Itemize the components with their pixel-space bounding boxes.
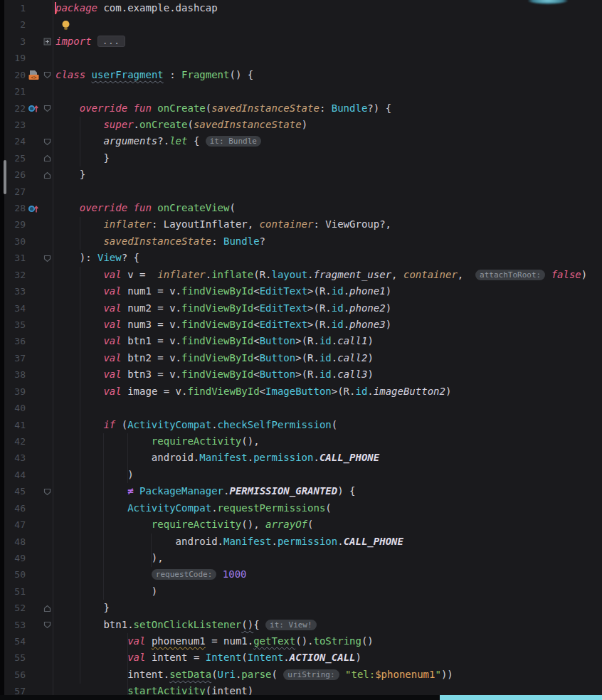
- line-number[interactable]: 40: [4, 400, 26, 416]
- code-text[interactable]: ): [53, 583, 602, 600]
- fold-region-start-marker[interactable]: [43, 255, 51, 262]
- override-method-icon[interactable]: [28, 204, 39, 213]
- line-number[interactable]: 21: [4, 83, 26, 100]
- code-text[interactable]: intent.setData(Uri.parse( uriString: "te…: [53, 667, 602, 683]
- line-number[interactable]: 38: [4, 366, 26, 383]
- line-number[interactable]: 34: [4, 300, 26, 317]
- code-text[interactable]: [53, 50, 602, 66]
- fold-region-start-marker[interactable]: [43, 488, 51, 496]
- code-text[interactable]: val intent = Intent(Intent.ACTION_CALL): [53, 649, 602, 666]
- fold-region-start-marker[interactable]: [43, 621, 51, 629]
- fold-region-end-marker[interactable]: [43, 171, 51, 179]
- line-number[interactable]: 44: [4, 467, 26, 483]
- override-method-icon[interactable]: [28, 104, 39, 113]
- kotlin-class-icon[interactable]: <>: [28, 70, 40, 80]
- line-number[interactable]: 2: [4, 16, 26, 33]
- left-scrollbar-thumb[interactable]: [4, 160, 6, 194]
- code-text[interactable]: val phonenum1 = num1.getText().toString(…: [53, 633, 602, 649]
- line-number[interactable]: 23: [4, 117, 26, 133]
- line-number[interactable]: 28: [4, 200, 26, 216]
- line-number[interactable]: 42: [4, 433, 26, 450]
- line-number[interactable]: 19: [4, 50, 26, 66]
- collapsed-imports-box[interactable]: ...: [97, 36, 125, 47]
- line-number[interactable]: 54: [4, 633, 26, 649]
- line-number[interactable]: 25: [4, 150, 26, 166]
- line-number[interactable]: 55: [4, 649, 26, 666]
- line-number[interactable]: 24: [4, 133, 26, 149]
- line-number[interactable]: 56: [4, 667, 26, 683]
- code-text[interactable]: class userFragment : Fragment() {: [53, 67, 602, 83]
- line-number[interactable]: 32: [4, 267, 26, 283]
- line-number[interactable]: 20: [4, 67, 26, 83]
- line-number[interactable]: 31: [4, 250, 26, 266]
- line-number[interactable]: 45: [4, 483, 26, 499]
- line-number[interactable]: 41: [4, 417, 26, 433]
- code-text[interactable]: android.Manifest.permission.CALL_PHONE: [53, 450, 602, 466]
- line-number[interactable]: 49: [4, 550, 26, 566]
- line-number[interactable]: 47: [4, 516, 26, 533]
- code-text[interactable]: }: [53, 166, 602, 183]
- line-number[interactable]: 35: [4, 317, 26, 333]
- code-text[interactable]: inflater: LayoutInflater, container: Vie…: [53, 216, 602, 233]
- code-text[interactable]: [53, 184, 602, 200]
- code-text[interactable]: val v = inflater.inflate(R.layout.fragme…: [53, 267, 602, 283]
- code-text[interactable]: val num2 = v.findViewById<EditText>(R.id…: [53, 300, 602, 317]
- code-text[interactable]: requestCode: 1000: [53, 566, 602, 583]
- line-number[interactable]: 37: [4, 350, 26, 366]
- line-number[interactable]: 3: [4, 33, 26, 50]
- code-text[interactable]: import ...: [53, 33, 602, 50]
- code-text[interactable]: [53, 400, 602, 416]
- line-number[interactable]: 52: [4, 600, 26, 616]
- fold-region-end-marker[interactable]: [43, 154, 51, 162]
- code-text[interactable]: requireActivity(), arrayOf(: [53, 516, 602, 533]
- line-number[interactable]: 29: [4, 216, 26, 233]
- code-text[interactable]: }: [53, 150, 602, 166]
- intention-bulb-icon[interactable]: [61, 20, 70, 31]
- code-text[interactable]: android.Manifest.permission.CALL_PHONE: [53, 534, 602, 550]
- code-text[interactable]: ≠ PackageManager.PERMISSION_GRANTED) {: [53, 483, 602, 499]
- code-text[interactable]: super.onCreate(savedInstanceState): [53, 117, 602, 133]
- fold-region-start-marker[interactable]: [43, 105, 51, 112]
- line-number[interactable]: 1: [4, 0, 26, 16]
- code-area[interactable]: 1package com.example.dashcap2 3import ..…: [0, 0, 602, 700]
- line-number[interactable]: 48: [4, 534, 26, 550]
- fold-marker-slot: [41, 383, 53, 400]
- code-text[interactable]: val btn1 = v.findViewById<Button>(R.id.c…: [53, 333, 602, 349]
- line-number[interactable]: 50: [4, 566, 26, 583]
- code-text[interactable]: }: [53, 600, 602, 616]
- code-text[interactable]: if (ActivityCompat.checkSelfPermission(: [53, 417, 602, 433]
- line-number[interactable]: 53: [4, 617, 26, 633]
- line-number[interactable]: 33: [4, 283, 26, 299]
- code-text[interactable]: val btn3 = v.findViewById<Button>(R.id.c…: [53, 366, 602, 383]
- fold-region-end-marker[interactable]: [43, 605, 51, 612]
- fold-region-start-marker[interactable]: [43, 138, 51, 146]
- line-number[interactable]: 30: [4, 233, 26, 250]
- expand-fold-marker[interactable]: [43, 38, 51, 46]
- line-number[interactable]: 27: [4, 184, 26, 200]
- code-text[interactable]: override fun onCreateView(: [53, 200, 602, 216]
- line-number[interactable]: 22: [4, 100, 26, 117]
- code-text[interactable]: override fun onCreate(savedInstanceState…: [53, 100, 602, 117]
- code-text[interactable]: [53, 83, 602, 100]
- code-text[interactable]: ActivityCompat.requestPermissions(: [53, 500, 602, 516]
- fold-region-start-marker[interactable]: [43, 71, 51, 79]
- code-text[interactable]: val num1 = v.findViewById<EditText>(R.id…: [53, 283, 602, 299]
- code-text[interactable]: btn1.setOnClickListener(){ it: View!: [53, 617, 602, 633]
- code-text[interactable]: [53, 16, 602, 33]
- code-text[interactable]: requireActivity(),: [53, 433, 602, 450]
- code-text[interactable]: package com.example.dashcap: [53, 0, 602, 16]
- code-text[interactable]: savedInstanceState: Bundle?: [53, 233, 602, 250]
- code-text[interactable]: val num3 = v.findViewById<EditText>(R.id…: [53, 317, 602, 333]
- line-number[interactable]: 39: [4, 383, 26, 400]
- code-text[interactable]: val image = v.findViewById<ImageButton>(…: [53, 383, 602, 400]
- line-number[interactable]: 36: [4, 333, 26, 349]
- line-number[interactable]: 46: [4, 500, 26, 516]
- line-number[interactable]: 43: [4, 450, 26, 466]
- line-number[interactable]: 26: [4, 166, 26, 183]
- code-text[interactable]: ): View? {: [53, 250, 602, 266]
- line-number[interactable]: 51: [4, 583, 26, 600]
- code-text[interactable]: ),: [53, 550, 602, 566]
- code-text[interactable]: arguments?.let { it: Bundle: [53, 133, 602, 149]
- code-text[interactable]: ): [53, 467, 602, 483]
- code-text[interactable]: val btn2 = v.findViewById<Button>(R.id.c…: [53, 350, 602, 366]
